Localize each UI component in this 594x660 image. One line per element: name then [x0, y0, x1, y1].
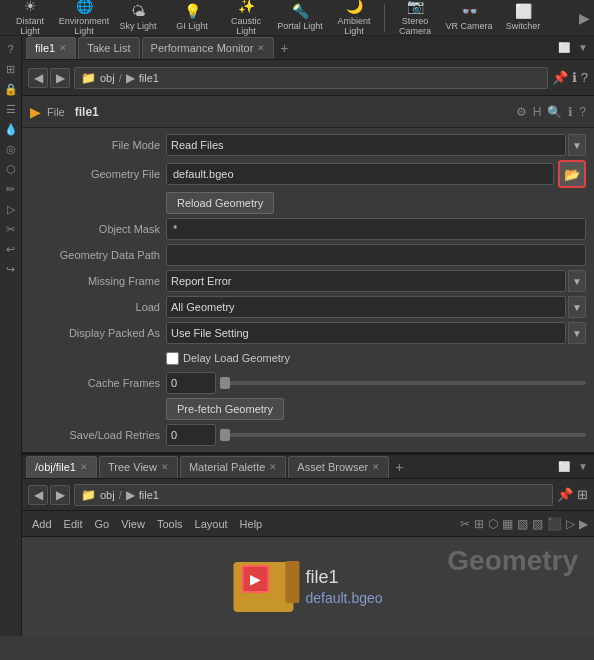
tab-obj-close[interactable]: ✕ — [80, 462, 88, 472]
toolbar-go-item[interactable]: Go — [91, 518, 114, 530]
sidebar-icon-8[interactable]: ✏ — [2, 180, 20, 198]
tab-tree-close[interactable]: ✕ — [161, 462, 169, 472]
tab-obj-file1[interactable]: /obj/file1 ✕ — [26, 456, 97, 478]
object-mask-input[interactable] — [166, 218, 586, 240]
lower-pin-icon[interactable]: 📌 — [557, 487, 573, 502]
geometry-file-browse-btn[interactable]: 📂 — [558, 160, 586, 188]
sidebar-icon-7[interactable]: ⬡ — [2, 160, 20, 178]
load-row: Load All Geometry ▼ — [22, 294, 594, 320]
upper-panel-header: ◀ ▶ 📁 obj / ▶ file1 📌 ℹ ? — [22, 60, 594, 96]
file-mode-label: File Mode — [30, 139, 160, 151]
sidebar-icon-11[interactable]: ↩ — [2, 240, 20, 258]
tab-layout-btn[interactable]: ⬜ — [556, 42, 572, 53]
lower-nav-forward-btn[interactable]: ▶ — [50, 485, 70, 505]
tab-performance-monitor[interactable]: Performance Monitor ✕ — [142, 37, 275, 59]
tab-file1-close[interactable]: ✕ — [59, 43, 67, 53]
tab-options-btn[interactable]: ▼ — [576, 42, 590, 53]
file-node-path: default.bgeo — [305, 590, 382, 606]
sidebar-icon-10[interactable]: ✂ — [2, 220, 20, 238]
help2-icon[interactable]: ? — [579, 105, 586, 119]
toolbar-distant-light[interactable]: ☀ Distant Light — [4, 2, 56, 34]
lower-tool-8[interactable]: ▷ — [566, 517, 575, 531]
geometry-title: Geometry — [447, 545, 578, 577]
missing-frame-arrow[interactable]: ▼ — [568, 270, 586, 292]
load-arrow[interactable]: ▼ — [568, 296, 586, 318]
prefetch-geometry-button[interactable]: Pre-fetch Geometry — [166, 398, 284, 420]
info-icon[interactable]: ℹ — [572, 70, 577, 85]
lower-tool-1[interactable]: ✂ — [460, 517, 470, 531]
sidebar-icon-2[interactable]: ⊞ — [2, 60, 20, 78]
lower-tool-6[interactable]: ▨ — [532, 517, 543, 531]
save-load-retries-input[interactable] — [166, 424, 216, 446]
nav-back-btn[interactable]: ◀ — [28, 68, 48, 88]
toolbar-tools-item[interactable]: Tools — [153, 518, 187, 530]
sidebar-icon-6[interactable]: ◎ — [2, 140, 20, 158]
load-select[interactable]: All Geometry — [166, 296, 566, 318]
sidebar-icon-3[interactable]: 🔒 — [2, 80, 20, 98]
toolbar-environment-light[interactable]: 🌐 Environment Light — [58, 2, 110, 34]
file-mode-select[interactable]: Read Files — [166, 134, 566, 156]
reload-geometry-button[interactable]: Reload Geometry — [166, 192, 274, 214]
toolbar-add-item[interactable]: Add — [28, 518, 56, 530]
sidebar-icon-1[interactable]: ? — [2, 40, 20, 58]
lower-panel-right: 📌 ⊞ — [557, 487, 588, 502]
toolbar-help-item[interactable]: Help — [236, 518, 267, 530]
nav-forward-btn[interactable]: ▶ — [50, 68, 70, 88]
lower-tool-9[interactable]: ▶ — [579, 517, 588, 531]
help-icon[interactable]: ? — [581, 70, 588, 85]
lower-tool-7[interactable]: ⬛ — [547, 517, 562, 531]
toolbar-portal-light[interactable]: 🔦 Portal Light — [274, 2, 326, 34]
toolbar-ambient-light[interactable]: 🌙 Ambient Light — [328, 2, 380, 34]
lower-nav-back-btn[interactable]: ◀ — [28, 485, 48, 505]
zoom-icon[interactable]: 🔍 — [547, 105, 562, 119]
cache-frames-thumb[interactable] — [220, 377, 230, 389]
geometry-data-path-input[interactable] — [166, 244, 586, 266]
tab-file1[interactable]: file1 ✕ — [26, 37, 76, 59]
sidebar-icon-12[interactable]: ↪ — [2, 260, 20, 278]
tab-material-close[interactable]: ✕ — [269, 462, 277, 472]
toolbar-edit-item[interactable]: Edit — [60, 518, 87, 530]
tab-add-button[interactable]: + — [276, 40, 292, 56]
sidebar-icon-9[interactable]: ▷ — [2, 200, 20, 218]
handle-icon[interactable]: H — [533, 105, 542, 119]
pin-icon[interactable]: 📌 — [552, 70, 568, 85]
toolbar-vr-camera[interactable]: 👓 VR Camera — [443, 2, 495, 34]
cache-frames-slider[interactable] — [220, 381, 586, 385]
lower-tool-3[interactable]: ⬡ — [488, 517, 498, 531]
lower-tool-4[interactable]: ▦ — [502, 517, 513, 531]
lower-tool-2[interactable]: ⊞ — [474, 517, 484, 531]
save-load-retries-slider[interactable] — [220, 433, 586, 437]
toolbar-switcher[interactable]: ⬜ Switcher — [497, 2, 549, 34]
tab-asset-browser[interactable]: Asset Browser ✕ — [288, 456, 389, 478]
display-packed-select[interactable]: Use File Setting — [166, 322, 566, 344]
lower-tab-add-button[interactable]: + — [391, 459, 407, 475]
save-load-retries-thumb[interactable] — [220, 429, 230, 441]
geometry-file-input[interactable] — [166, 163, 554, 185]
display-packed-arrow[interactable]: ▼ — [568, 322, 586, 344]
lower-tab-layout-btn[interactable]: ⬜ — [556, 461, 572, 472]
info2-icon[interactable]: ℹ — [568, 105, 573, 119]
tab-take-list[interactable]: Take List — [78, 37, 139, 59]
file-mode-arrow[interactable]: ▼ — [568, 134, 586, 156]
toolbar-expand-btn[interactable]: ▶ — [579, 10, 590, 26]
toolbar-layout-item[interactable]: Layout — [191, 518, 232, 530]
cache-frames-input[interactable] — [166, 372, 216, 394]
lower-toolbar: Add Edit Go View Tools Layout Help ✂ ⊞ ⬡… — [22, 511, 594, 537]
toolbar-gi-light[interactable]: 💡 GI Light — [166, 2, 218, 34]
sidebar-icon-4[interactable]: ☰ — [2, 100, 20, 118]
sidebar-icon-5[interactable]: 💧 — [2, 120, 20, 138]
toolbar-view-item[interactable]: View — [117, 518, 149, 530]
gear-icon[interactable]: ⚙ — [516, 105, 527, 119]
delay-load-checkbox[interactable] — [166, 352, 179, 365]
tab-performance-close[interactable]: ✕ — [257, 43, 265, 53]
tab-asset-close[interactable]: ✕ — [372, 462, 380, 472]
tab-material-palette[interactable]: Material Palette ✕ — [180, 456, 286, 478]
tab-tree-view[interactable]: Tree View ✕ — [99, 456, 178, 478]
lower-tab-options-btn[interactable]: ▼ — [576, 461, 590, 472]
missing-frame-select[interactable]: Report Error — [166, 270, 566, 292]
toolbar-stereo-camera[interactable]: 📷 Stereo Camera — [389, 2, 441, 34]
toolbar-sky-light[interactable]: 🌤 Sky Light — [112, 2, 164, 34]
toolbar-caustic-light[interactable]: ✨ Caustic Light — [220, 2, 272, 34]
lower-expand-icon[interactable]: ⊞ — [577, 487, 588, 502]
lower-tool-5[interactable]: ▧ — [517, 517, 528, 531]
